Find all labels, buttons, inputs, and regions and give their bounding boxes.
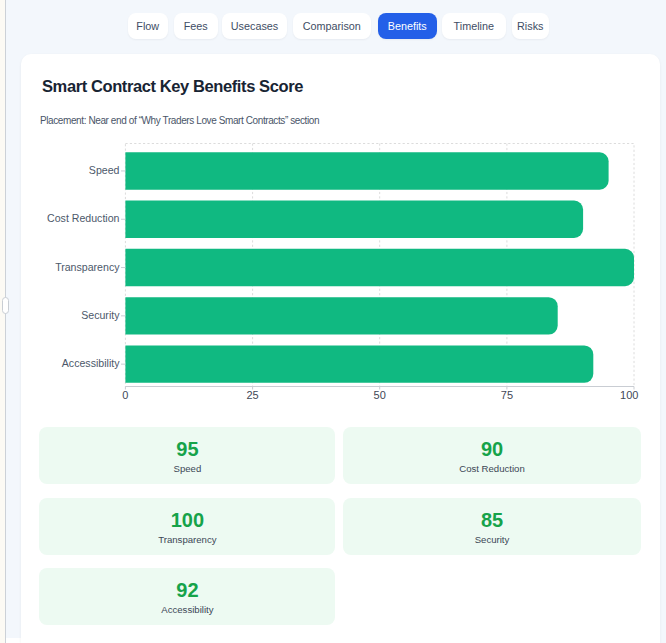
svg-text:Security: Security (81, 309, 120, 321)
svg-text:75: 75 (501, 389, 513, 401)
svg-text:50: 50 (374, 389, 386, 401)
svg-text:0: 0 (122, 389, 128, 401)
svg-text:100: 100 (620, 389, 638, 401)
svg-text:Transparency: Transparency (55, 261, 120, 273)
svg-text:25: 25 (246, 389, 258, 401)
svg-text:Accessibility: Accessibility (62, 357, 120, 369)
svg-text:Speed: Speed (89, 164, 120, 176)
svg-text:Cost Reduction: Cost Reduction (47, 212, 120, 224)
